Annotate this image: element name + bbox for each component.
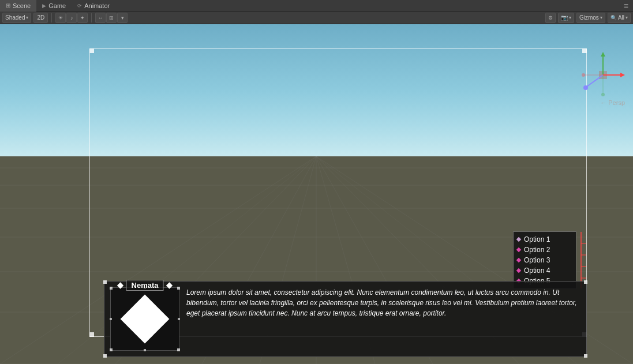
- hamburger-icon[interactable]: ≡: [624, 1, 628, 10]
- nemata-diamond-right: [166, 282, 173, 288]
- separator-2: [91, 13, 92, 22]
- svg-point-24: [583, 85, 588, 90]
- gizmos-label: Gizmos: [579, 14, 599, 21]
- 2d-button[interactable]: 2D: [33, 13, 48, 23]
- tab-scene[interactable]: ⊞ Scene: [0, 0, 36, 12]
- menu-bar: ⊞ Scene ▶ Game ⟳ Animator ≡: [0, 0, 633, 12]
- search-icon: 🔍: [610, 15, 617, 21]
- option-item-3[interactable]: Option 3: [517, 255, 572, 265]
- option-label-2: Option 2: [524, 246, 550, 254]
- audio-icon-button[interactable]: ♪: [66, 13, 77, 23]
- dialog-corner-bl: [103, 354, 107, 358]
- gizmo-axes: [580, 52, 626, 98]
- option-diamond-icon-2: [516, 247, 521, 252]
- icon-button-group-2: ↔ ⊞ ▾: [95, 13, 128, 23]
- character-image: Nemata: [110, 287, 179, 351]
- dialog-text: Lorem ipsum dolor sit amet, consectetur …: [186, 288, 577, 317]
- char-handle-left: [110, 318, 112, 320]
- char-handle-right: [178, 318, 180, 320]
- dropdown-icon-button[interactable]: ▾: [117, 13, 128, 23]
- tab-animator-label: Animator: [84, 0, 110, 12]
- menu-bar-right: ≡: [624, 1, 633, 10]
- option-label-4: Option 4: [524, 267, 550, 275]
- tab-game[interactable]: ▶ Game: [36, 0, 72, 12]
- camera-dropdown[interactable]: 📷: [558, 13, 574, 23]
- shaded-label: Shaded: [5, 14, 25, 21]
- dialog-corner-tr: [584, 280, 587, 284]
- option-label-3: Option 3: [524, 256, 550, 264]
- option-diamond-icon-3: [516, 258, 521, 262]
- char-handle-bottom: [144, 349, 146, 351]
- tools-icon-button[interactable]: ⚙: [545, 13, 556, 23]
- nemata-label-wrap: Nemata: [118, 280, 172, 291]
- gamepad-icon: ▶: [42, 0, 46, 12]
- all-dropdown[interactable]: 🔍 All: [608, 13, 631, 23]
- option-item-2[interactable]: Option 2: [517, 245, 572, 255]
- camera-icon: 📷: [561, 14, 568, 21]
- tab-animator[interactable]: ⟳ Animator: [72, 0, 115, 12]
- char-corner-bl: [110, 348, 113, 351]
- option-item-4[interactable]: Option 4: [517, 265, 572, 276]
- light-icon-button[interactable]: ☀: [55, 13, 66, 23]
- icon-button-group-1: ☀ ♪ ✦: [55, 13, 88, 23]
- svg-marker-22: [620, 73, 625, 77]
- svg-point-28: [601, 93, 605, 96]
- move-icon-button[interactable]: ↔: [95, 13, 106, 23]
- option-diamond-icon-4: [516, 268, 521, 273]
- nemata-name-label: Nemata: [126, 280, 164, 291]
- scene-grid-icon: ⊞: [6, 0, 10, 12]
- character-diamond-icon: [121, 295, 170, 344]
- tab-game-label: Game: [48, 0, 66, 12]
- shaded-dropdown[interactable]: Shaded: [2, 13, 31, 23]
- animator-icon: ⟳: [77, 0, 82, 12]
- 2d-label: 2D: [37, 14, 44, 21]
- char-corner-br: [177, 348, 180, 351]
- persp-label: ← Persp: [600, 99, 625, 106]
- nemata-diamond-left: [117, 282, 123, 288]
- scene-viewport[interactable]: ← Persp Option 1 Option 2 Option 3 Optio…: [0, 24, 633, 364]
- svg-marker-20: [601, 52, 605, 57]
- dialog-corner-tl: [103, 280, 107, 284]
- options-popup: Option 1 Option 2 Option 3 Option 4 Opti…: [513, 231, 576, 289]
- fx-icon-button[interactable]: ✦: [77, 13, 88, 23]
- dialog-text-area: Lorem ipsum dolor sit amet, consectetur …: [186, 287, 578, 318]
- svg-line-23: [587, 75, 603, 87]
- dialog-card: Nemata Lorem ipsum dolor sit amet, conse…: [104, 281, 587, 357]
- option-diamond-icon-1: [516, 237, 521, 242]
- gizmos-dropdown[interactable]: Gizmos: [576, 13, 605, 23]
- option-label-1: Option 1: [524, 235, 550, 243]
- separator-1: [51, 13, 52, 22]
- char-corner-tl: [110, 287, 113, 290]
- toolbar-right-group: ⚙ 📷 Gizmos 🔍 All: [545, 13, 631, 23]
- dialog-corner-br: [584, 354, 587, 358]
- svg-point-26: [582, 73, 585, 77]
- tab-scene-label: Scene: [13, 0, 31, 12]
- char-corner-tr: [177, 287, 180, 290]
- grid-icon-button[interactable]: ⊞: [106, 13, 117, 23]
- all-label: All: [618, 14, 624, 21]
- scene-toolbar: Shaded 2D ☀ ♪ ✦ ↔ ⊞ ▾ ⚙ 📷 Gizmos 🔍 All: [0, 12, 633, 24]
- option-item-1[interactable]: Option 1: [517, 234, 572, 245]
